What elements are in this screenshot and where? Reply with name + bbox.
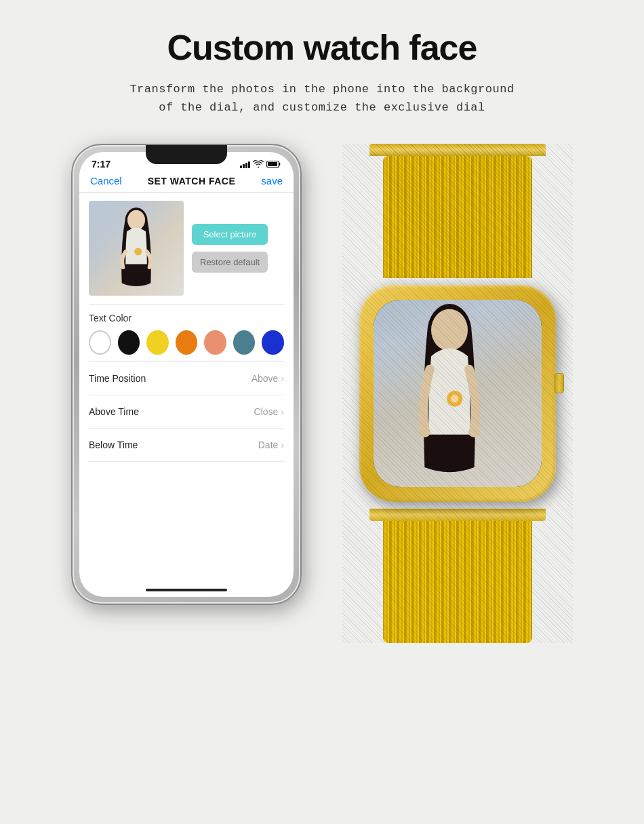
setting-time-position[interactable]: Time Position Above › [89,362,284,395]
color-white[interactable] [89,330,111,355]
band-connector-bottom [369,509,546,521]
text-color-section: Text Color [79,305,294,361]
cancel-button[interactable]: Cancel [90,175,122,187]
subtitle: Transform the photos in the phone into t… [129,80,514,117]
svg-point-4 [134,248,142,256]
phone-screen: 7:17 [79,152,294,597]
settings-section: Time Position Above › Above Time Close › [79,362,294,589]
photo-section: Select picture Restore default [79,193,294,304]
photo-buttons: Select picture Restore default [192,201,268,296]
below-time-label: Below Time [89,439,138,450]
select-picture-button[interactable]: Select picture [192,224,268,245]
status-time: 7:17 [92,159,110,170]
color-palette [89,330,284,355]
color-yellow[interactable] [146,330,169,355]
setting-below-time[interactable]: Below Time Date › [89,429,284,462]
phone-mockup: 7:17 [71,144,302,605]
main-title: Custom watch face [167,27,477,68]
chevron-right-icon-2: › [281,406,284,417]
color-teal[interactable] [233,330,256,355]
restore-default-button[interactable]: Restore default [192,252,268,273]
color-orange[interactable] [176,330,198,355]
person-silhouette-thumb [113,208,160,296]
watch-mockup [342,144,573,643]
phone-body: 7:17 [71,144,302,605]
chevron-right-icon-3: › [281,439,284,450]
watch-band-bottom [383,521,532,643]
time-position-label: Time Position [89,373,146,384]
color-black[interactable] [118,330,140,355]
svg-rect-1 [268,162,277,166]
save-button[interactable]: save [261,175,283,187]
home-indicator [146,589,227,591]
page-container: Custom watch face Transform the photos i… [0,0,644,824]
wifi-icon [253,160,264,168]
svg-point-3 [127,210,145,231]
time-position-value: Above › [251,373,284,384]
app-nav-bar: Cancel SET WATCH FACE save [79,172,294,193]
screen-title: SET WATCH FACE [148,176,236,187]
status-icons [240,160,281,168]
color-salmon[interactable] [204,330,226,355]
color-blue[interactable] [262,330,284,355]
signal-icon [240,160,250,168]
text-color-label: Text Color [89,313,284,323]
above-time-label: Above Time [89,406,139,417]
battery-icon [266,160,281,168]
chevron-right-icon: › [281,373,284,384]
content-row: 7:17 [41,144,603,643]
phone-notch [146,145,227,164]
photo-thumbnail [89,201,184,296]
below-time-value: Date › [258,439,284,450]
setting-above-time[interactable]: Above Time Close › [89,395,284,429]
above-time-value: Close › [254,406,284,417]
